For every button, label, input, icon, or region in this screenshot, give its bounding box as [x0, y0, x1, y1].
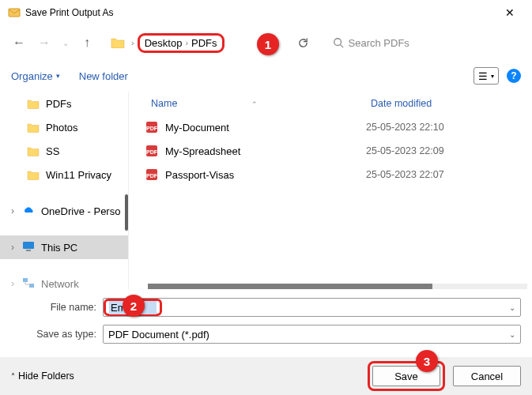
view-options-button[interactable]: ☰ ▾ [474, 67, 499, 85]
save-fields: File name: ⌄ Save as type: PDF Document … [0, 289, 532, 356]
svg-point-1 [334, 39, 341, 46]
cancel-button[interactable]: Cancel [453, 366, 521, 386]
file-name: My-Document [165, 122, 366, 134]
network-icon [22, 277, 35, 290]
file-name: Passport-Visas [165, 169, 366, 181]
app-icon [8, 6, 21, 19]
nav-tree[interactable]: PDFs Photos SS Win11 Privacy OneDrive - … [0, 92, 128, 289]
title-bar: Save Print Output As ✕ [0, 0, 532, 25]
folder-icon [27, 170, 40, 180]
sort-indicator-icon: ⌃ [251, 100, 258, 108]
file-row[interactable]: PDFMy-Document25-05-2023 22:10 [129, 115, 532, 139]
file-list[interactable]: Name ⌃ Date modified PDFMy-Document25-05… [128, 92, 532, 289]
saveastype-label: Save as type: [0, 329, 103, 340]
folder-icon [27, 99, 40, 109]
svg-text:PDF: PDF [146, 173, 158, 179]
callout-1: 1 [257, 33, 279, 55]
file-date: 25-05-2023 22:07 [366, 169, 444, 180]
refresh-button[interactable] [292, 32, 315, 54]
scrollbar-thumb[interactable] [148, 284, 432, 289]
file-date: 25-05-2023 22:09 [366, 145, 444, 156]
close-button[interactable]: ✕ [492, 1, 527, 24]
sidebar-item-onedrive[interactable]: OneDrive - Perso [0, 199, 128, 223]
new-folder-button[interactable]: New folder [79, 70, 128, 82]
horizontal-scrollbar[interactable] [148, 284, 527, 289]
svg-line-2 [340, 45, 343, 48]
chevron-down-icon: ▾ [56, 72, 60, 80]
svg-text:PDF: PDF [146, 149, 158, 155]
forward-button[interactable]: → [33, 32, 55, 54]
chevron-right-icon: › [130, 38, 136, 47]
organize-menu[interactable]: Organize ▾ [11, 70, 60, 82]
sidebar-item-photos[interactable]: Photos [0, 115, 128, 139]
chevron-down-icon[interactable]: ⌄ [509, 330, 515, 339]
bottom-bar: ˄ Hide Folders Save Cancel [0, 357, 532, 395]
pdf-icon: PDF [145, 144, 159, 158]
callout-3: 3 [416, 350, 438, 372]
file-name: My-Spreadsheet [165, 145, 366, 157]
back-button[interactable]: ← [8, 32, 30, 54]
column-headers[interactable]: Name ⌃ Date modified [129, 92, 532, 115]
search-icon [333, 37, 344, 48]
breadcrumb-seg-pdfs[interactable]: PDFs [191, 37, 217, 49]
file-date: 25-05-2023 22:10 [366, 122, 444, 133]
help-button[interactable]: ? [507, 69, 521, 83]
filename-label: File name: [0, 302, 103, 313]
pdf-icon: PDF [145, 167, 159, 182]
breadcrumb-seg-desktop[interactable]: Desktop [145, 37, 183, 49]
hide-folders-button[interactable]: ˄ Hide Folders [11, 371, 74, 382]
file-row[interactable]: PDFMy-Spreadsheet25-05-2023 22:09 [129, 139, 532, 163]
toolbar: Organize ▾ New folder ☰ ▾ ? [0, 60, 532, 92]
search-placeholder: Search PDFs [349, 37, 409, 49]
breadcrumb-highlight: Desktop › PDFs [138, 33, 224, 53]
sidebar-item-ss[interactable]: SS [0, 139, 128, 163]
svg-rect-0 [9, 9, 20, 17]
svg-rect-3 [23, 242, 34, 249]
svg-rect-4 [26, 250, 31, 251]
folder-icon [111, 37, 125, 48]
search-input[interactable]: Search PDFs [326, 31, 524, 55]
saveastype-select[interactable]: PDF Document (*.pdf) ⌄ [103, 325, 521, 344]
column-date-modified[interactable]: Date modified [366, 98, 532, 109]
chevron-up-icon: ˄ [11, 372, 15, 381]
svg-rect-5 [23, 278, 28, 282]
breadcrumb[interactable]: › Desktop › PDFs [106, 32, 229, 54]
chevron-right-icon: › [183, 38, 190, 47]
body-area: PDFs Photos SS Win11 Privacy OneDrive - … [0, 92, 532, 289]
pdf-icon: PDF [145, 120, 159, 134]
file-row[interactable]: PDFPassport-Visas25-05-2023 22:07 [129, 163, 532, 186]
recent-dropdown[interactable]: ⌄ [58, 32, 73, 54]
up-button[interactable]: ↑ [76, 32, 98, 54]
sidebar-item-network[interactable]: Network [0, 272, 128, 289]
folder-icon [27, 146, 40, 156]
column-name[interactable]: Name ⌃ [129, 98, 366, 109]
chevron-down-icon[interactable]: ⌄ [509, 303, 515, 312]
saveastype-value: PDF Document (*.pdf) [108, 329, 209, 340]
callout-2: 2 [123, 295, 145, 317]
folder-icon [27, 122, 40, 133]
window-title: Save Print Output As [25, 7, 492, 18]
nav-bar: ← → ⌄ ↑ › Desktop › PDFs 1 ⌄ Search PDFs [0, 25, 532, 60]
filename-input-wrapper[interactable]: ⌄ [103, 298, 521, 317]
chevron-down-icon: ▾ [491, 73, 494, 80]
sidebar-item-pdfs[interactable]: PDFs [0, 92, 128, 115]
sidebar-item-thispc[interactable]: This PC [0, 235, 128, 259]
pc-icon [22, 241, 35, 254]
svg-text:PDF: PDF [146, 126, 158, 131]
onedrive-icon [22, 205, 35, 217]
sidebar-item-win11privacy[interactable]: Win11 Privacy [0, 163, 128, 186]
